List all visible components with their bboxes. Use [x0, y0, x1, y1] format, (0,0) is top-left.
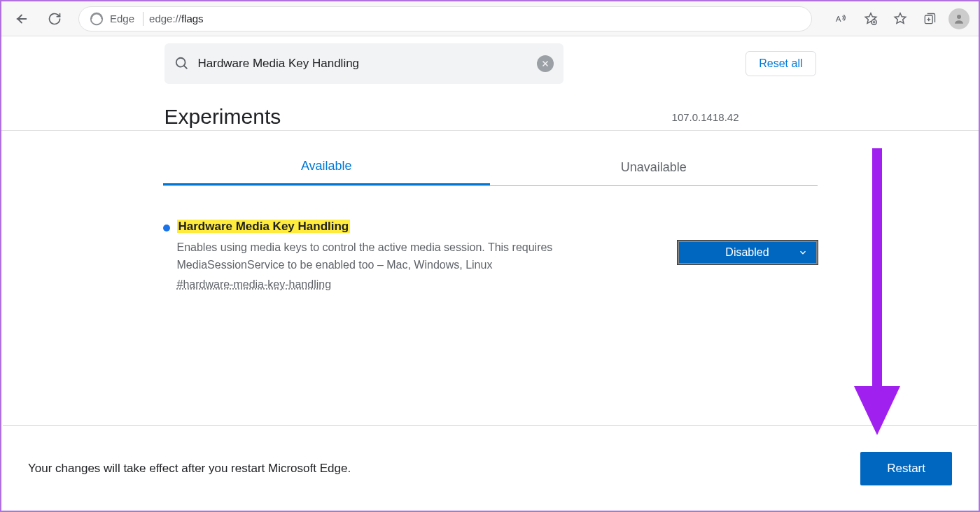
- search-icon: [174, 56, 190, 71]
- svg-marker-7: [895, 13, 906, 23]
- tabs: Available Unavailable: [163, 149, 818, 186]
- flag-title: Hardware Media Key Handling: [177, 220, 351, 233]
- tab-available[interactable]: Available: [163, 149, 491, 185]
- url-display: edge://flags: [149, 13, 204, 24]
- restart-message: Your changes will take effect after you …: [28, 462, 351, 476]
- collections-icon[interactable]: [916, 6, 944, 31]
- title-row: Experiments 107.0.1418.42: [164, 92, 816, 130]
- modified-dot-icon: [163, 225, 170, 232]
- tab-unavailable[interactable]: Unavailable: [490, 149, 818, 185]
- read-aloud-icon[interactable]: A: [827, 6, 855, 31]
- address-bar[interactable]: Edge edge://flags: [78, 6, 812, 31]
- flag-item: Hardware Media Key Handling Enables usin…: [163, 220, 818, 291]
- address-separator: [143, 12, 144, 26]
- url-prefix: edge://: [149, 13, 181, 24]
- toolbar-actions: A: [827, 6, 973, 31]
- restart-button[interactable]: Restart: [860, 452, 952, 485]
- svg-line-13: [183, 66, 187, 69]
- svg-point-12: [176, 58, 185, 67]
- url-path: flags: [181, 13, 204, 24]
- version-label: 107.0.1418.42: [672, 111, 816, 123]
- flag-list: Hardware Media Key Handling Enables usin…: [163, 186, 818, 291]
- search-box[interactable]: [164, 43, 564, 84]
- chevron-down-icon: [798, 248, 808, 257]
- back-button[interactable]: [7, 6, 35, 31]
- dropdown-value: Disabled: [725, 246, 769, 259]
- add-favorite-icon[interactable]: [857, 6, 885, 31]
- page-title: Experiments: [164, 105, 281, 129]
- svg-text:A: A: [836, 14, 841, 23]
- restart-bar: Your changes will take effect after you …: [3, 425, 977, 511]
- flag-description: Enables using media keys to control the …: [177, 239, 625, 274]
- edge-logo-icon: [89, 11, 104, 27]
- refresh-button[interactable]: [41, 6, 69, 31]
- browser-name-label: Edge: [110, 13, 134, 24]
- reset-all-button[interactable]: Reset all: [746, 51, 816, 76]
- search-input[interactable]: [198, 57, 528, 71]
- profile-avatar[interactable]: [945, 6, 973, 31]
- avatar-icon: [948, 8, 969, 29]
- browser-toolbar: Edge edge://flags A: [1, 1, 979, 36]
- svg-point-11: [957, 15, 961, 19]
- page-content: Reset all Experiments 107.0.1418.42 Avai…: [1, 36, 979, 291]
- clear-search-button[interactable]: [537, 55, 554, 72]
- search-row: Reset all: [164, 43, 816, 92]
- favorites-icon[interactable]: [886, 6, 914, 31]
- flag-anchor-link[interactable]: #hardware-media-key-handling: [177, 278, 332, 291]
- flag-state-dropdown[interactable]: Disabled: [678, 241, 818, 264]
